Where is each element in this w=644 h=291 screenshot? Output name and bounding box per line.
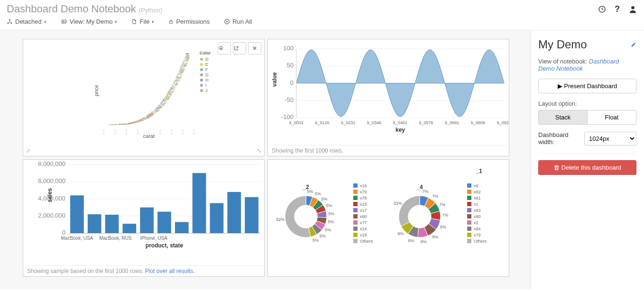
panel-scatter[interactable]: ✕ caratpriceColorDEFGHIJ ⤢ ⤡ <box>23 39 265 156</box>
layout-option-toggle[interactable]: Stack Float <box>538 110 636 125</box>
svg-point-894 <box>122 124 123 125</box>
delete-dashboard-button[interactable]: 🗑 Delete this dashboard <box>538 160 636 175</box>
svg-point-48 <box>166 101 167 102</box>
bar-footer-link[interactable]: Plot over all results. <box>145 268 195 274</box>
svg-point-541 <box>183 71 184 72</box>
svg-point-320 <box>120 124 121 125</box>
svg-point-613 <box>109 124 110 125</box>
svg-rect-1031 <box>467 220 471 225</box>
svg-text:Others: Others <box>360 239 373 244</box>
svg-text:8,000,000: 8,000,000 <box>38 160 65 167</box>
bar-footer-text: Showing sample based on the first 1000 r… <box>27 268 145 274</box>
edit-name-icon[interactable] <box>631 42 636 47</box>
svg-point-865 <box>184 58 185 59</box>
svg-point-651 <box>171 91 172 92</box>
svg-point-869 <box>135 121 136 122</box>
svg-point-44 <box>174 87 175 88</box>
svg-point-923 <box>200 84 203 87</box>
help-icon[interactable]: ? <box>615 4 620 14</box>
panel-pies[interactable]: _25%5%5%5%5%5%5%5%5%52%_47%7%7%7%8%8%8%8… <box>267 159 509 277</box>
svg-point-903 <box>161 104 162 105</box>
svg-text:33%: 33% <box>394 201 402 206</box>
svg-text:G: G <box>205 73 209 77</box>
svg-point-279 <box>177 75 178 76</box>
svg-point-459 <box>148 114 149 115</box>
permissions-menu[interactable]: Permissions <box>168 18 210 25</box>
svg-point-377 <box>145 116 146 117</box>
svg-point-837 <box>140 120 141 121</box>
svg-rect-1009 <box>353 214 358 218</box>
present-dashboard-button[interactable]: ▶ Present Dashboard <box>538 79 636 93</box>
chevron-down-icon: ▾ <box>115 19 117 24</box>
svg-point-756 <box>176 82 177 83</box>
svg-rect-963 <box>123 224 137 233</box>
panel-settings-button[interactable] <box>218 42 231 55</box>
svg-point-631 <box>158 108 159 109</box>
svg-point-750 <box>172 88 173 89</box>
svg-point-807 <box>180 76 181 77</box>
panel-bar[interactable]: 02,000,0004,000,0006,000,0008,000,000Mac… <box>23 159 265 277</box>
svg-rect-1013 <box>353 227 358 231</box>
svg-rect-1035 <box>467 233 471 237</box>
svg-point-611 <box>164 97 165 98</box>
svg-text:x2: x2 <box>474 220 478 225</box>
svg-point-402 <box>163 104 164 105</box>
svg-point-900 <box>166 99 167 100</box>
svg-point-436 <box>176 77 177 78</box>
svg-point-794 <box>133 123 134 124</box>
dashboard-sidebar: My Demo View of notebook: Dashboard Demo… <box>530 30 644 289</box>
panel-popout-button[interactable] <box>233 42 246 55</box>
svg-text:k_0806: k_0806 <box>471 120 485 125</box>
svg-point-770 <box>180 67 181 68</box>
svg-point-562 <box>179 69 180 70</box>
dashboard-width-select[interactable]: 1024px <box>584 132 636 146</box>
svg-text:x0: x0 <box>474 183 478 188</box>
view-menu[interactable]: View: My Demo ▾ <box>61 18 118 25</box>
svg-text:x84: x84 <box>474 227 481 231</box>
svg-text:x15: x15 <box>360 202 367 207</box>
svg-point-836 <box>186 55 187 55</box>
svg-rect-967 <box>193 173 206 233</box>
expand-icon[interactable]: ⤡ <box>257 148 261 154</box>
svg-text:sales: sales <box>46 188 53 202</box>
svg-point-917 <box>200 68 203 71</box>
svg-point-816 <box>176 76 177 77</box>
cluster-menu[interactable]: Detached ▾ <box>7 18 46 25</box>
svg-point-858 <box>159 109 160 110</box>
svg-text:Others: Others <box>474 239 487 244</box>
layout-float-button[interactable]: Float <box>587 110 636 124</box>
svg-text:5%: 5% <box>313 238 319 243</box>
runall-button[interactable]: Run All <box>224 18 252 25</box>
svg-rect-1021 <box>467 190 471 194</box>
panel-close-button[interactable]: ✕ <box>248 42 261 55</box>
svg-point-778 <box>161 107 162 108</box>
svg-point-793 <box>158 105 159 106</box>
file-menu[interactable]: File ▾ <box>131 18 154 25</box>
page-title: Dashboard Demo Notebook (Python) <box>7 3 162 15</box>
svg-point-889 <box>170 88 171 89</box>
svg-text:-50: -50 <box>285 96 294 103</box>
svg-rect-965 <box>157 212 171 233</box>
svg-point-767 <box>183 66 184 67</box>
bar-footer: Showing sample based on the first 1000 r… <box>23 265 264 276</box>
notebook-title[interactable]: Dashboard Demo Notebook <box>7 3 136 15</box>
layout-stack-button[interactable]: Stack <box>539 110 587 124</box>
user-icon[interactable] <box>628 5 637 14</box>
svg-rect-1023 <box>467 196 471 200</box>
svg-text:7%: 7% <box>432 194 438 199</box>
expand-icon[interactable]: ⤢ <box>26 148 30 154</box>
panel-wave[interactable]: 100500-50-100k_0001k_0116k_0231k_0346k_0… <box>267 39 509 156</box>
schedule-icon[interactable] <box>598 5 606 13</box>
view-label: View: My Demo <box>70 18 113 25</box>
svg-text:8%: 8% <box>408 238 414 243</box>
svg-text:H: H <box>205 78 209 82</box>
svg-point-829 <box>151 113 152 114</box>
svg-text:value: value <box>271 72 278 87</box>
svg-rect-1015 <box>353 233 358 237</box>
svg-point-729 <box>129 123 129 124</box>
svg-point-675 <box>164 101 165 102</box>
svg-point-665 <box>188 53 189 54</box>
svg-point-694 <box>153 111 154 112</box>
svg-point-791 <box>119 124 120 125</box>
svg-point-870 <box>159 106 160 107</box>
